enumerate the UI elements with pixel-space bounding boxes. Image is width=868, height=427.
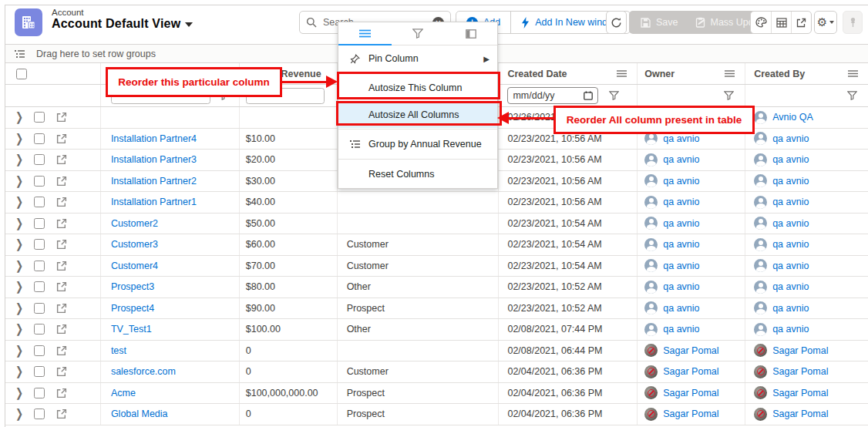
account-name-link[interactable]: Customer3 — [111, 239, 158, 250]
expand-chevron-icon[interactable]: ❯ — [15, 386, 23, 400]
owner-link[interactable]: qa avnio — [663, 324, 699, 335]
owner-link[interactable]: qa avnio — [663, 261, 699, 271]
expand-chevron-icon[interactable]: ❯ — [15, 195, 23, 209]
column-menu-icon[interactable] — [848, 70, 858, 77]
open-record-icon[interactable] — [56, 218, 67, 229]
open-record-icon[interactable] — [56, 345, 67, 356]
account-name-link[interactable]: Customer2 — [111, 218, 158, 229]
expand-chevron-icon[interactable]: ❯ — [15, 344, 23, 358]
owner-link[interactable]: qa avnio — [663, 218, 699, 229]
open-record-icon[interactable] — [56, 366, 67, 377]
menu-item-group-by-annual-revenue[interactable]: Group by Annual Revenue — [338, 130, 497, 158]
owner-link[interactable]: Sagar Pomal — [663, 345, 718, 356]
view-selector[interactable]: Account Default View — [52, 17, 193, 31]
expand-chevron-icon[interactable]: ❯ — [15, 280, 23, 294]
row-checkbox[interactable] — [34, 154, 45, 165]
owner-link[interactable]: qa avnio — [663, 176, 699, 187]
open-record-icon[interactable] — [56, 409, 67, 419]
tab-columns[interactable] — [444, 22, 497, 45]
row-checkbox[interactable] — [34, 197, 45, 207]
expand-chevron-icon[interactable]: ❯ — [15, 365, 23, 378]
expand-chevron-icon[interactable]: ❯ — [15, 217, 23, 230]
column-menu-icon[interactable] — [617, 70, 627, 77]
row-checkbox[interactable] — [34, 388, 45, 398]
created-by-link[interactable]: qa avnio — [772, 324, 809, 335]
account-name-link[interactable]: Installation Partner4 — [111, 133, 197, 144]
open-record-icon[interactable] — [56, 176, 67, 187]
expand-chevron-icon[interactable]: ❯ — [15, 132, 23, 146]
row-checkbox[interactable] — [34, 261, 45, 271]
open-record-icon[interactable] — [56, 112, 67, 123]
row-checkbox[interactable] — [34, 218, 45, 229]
row-checkbox[interactable] — [34, 345, 45, 356]
account-name-link[interactable]: Installation Partner2 — [111, 176, 197, 187]
select-all-checkbox[interactable] — [16, 69, 27, 79]
row-checkbox[interactable] — [34, 239, 45, 250]
open-record-icon[interactable] — [56, 154, 67, 165]
open-record-icon[interactable] — [56, 261, 67, 271]
expand-chevron-icon[interactable]: ❯ — [15, 153, 23, 166]
open-record-icon[interactable] — [56, 303, 67, 314]
created-by-link[interactable]: Avnio QA — [772, 112, 813, 123]
menu-item-reset-columns[interactable]: Reset Columns — [338, 160, 497, 188]
row-checkbox[interactable] — [34, 133, 45, 144]
open-record-icon[interactable] — [56, 239, 67, 250]
owner-link[interactable]: qa avnio — [663, 133, 699, 144]
created-by-link[interactable]: Sagar Pomal — [772, 409, 828, 419]
account-name-link[interactable]: TV_Test1 — [111, 324, 152, 335]
expand-chevron-icon[interactable]: ❯ — [15, 301, 23, 315]
filter-funnel-icon[interactable] — [847, 91, 857, 100]
pin-toolbar-button[interactable] — [843, 11, 863, 34]
row-checkbox[interactable] — [34, 112, 45, 123]
row-checkbox[interactable] — [34, 303, 45, 314]
account-name-link[interactable]: salesforce.com — [111, 366, 176, 377]
tab-general-menu[interactable] — [338, 22, 392, 45]
open-record-icon[interactable] — [56, 197, 67, 207]
expand-chevron-icon[interactable]: ❯ — [15, 174, 23, 188]
row-checkbox[interactable] — [34, 176, 45, 187]
open-record-icon[interactable] — [56, 281, 67, 292]
filter-funnel-icon[interactable] — [724, 91, 734, 100]
theme-palette-button[interactable] — [751, 12, 771, 33]
account-name-link[interactable]: Customer4 — [111, 261, 158, 271]
created-by-link[interactable]: qa avnio — [772, 218, 809, 229]
menu-item-pin-column[interactable]: Pin Column ▶ — [338, 45, 497, 72]
column-menu-icon[interactable] — [725, 70, 735, 77]
table-view-button[interactable] — [771, 12, 791, 33]
calendar-icon[interactable] — [584, 91, 593, 100]
column-header-created-by[interactable]: Created By — [745, 63, 868, 84]
account-name-link[interactable]: Prospect4 — [111, 303, 154, 314]
account-name-link[interactable]: Prospect3 — [111, 281, 154, 292]
tab-filter[interactable] — [392, 22, 445, 45]
column-header-created-date[interactable]: Created Date — [499, 63, 638, 84]
expand-chevron-icon[interactable]: ❯ — [15, 322, 23, 336]
row-checkbox[interactable] — [34, 366, 45, 377]
owner-link[interactable]: qa avnio — [663, 239, 699, 250]
account-name-link[interactable]: Installation Partner1 — [111, 197, 197, 207]
owner-link[interactable]: Sagar Pomal — [663, 388, 718, 398]
created-by-link[interactable]: Sagar Pomal — [772, 345, 828, 356]
open-record-icon[interactable] — [56, 388, 67, 398]
owner-link[interactable]: Sagar Pomal — [663, 366, 718, 377]
owner-link[interactable]: qa avnio — [663, 281, 699, 292]
created-by-link[interactable]: qa avnio — [772, 261, 809, 271]
created-by-link[interactable]: Sagar Pomal — [772, 366, 828, 377]
account-name-link[interactable]: Installation Partner3 — [111, 154, 197, 165]
created-by-link[interactable]: qa avnio — [772, 281, 809, 292]
created-by-link[interactable]: Sagar Pomal — [772, 388, 828, 398]
created-by-link[interactable]: qa avnio — [772, 154, 809, 165]
created-by-link[interactable]: qa avnio — [772, 197, 809, 207]
owner-link[interactable]: qa avnio — [663, 154, 699, 165]
save-button[interactable]: Save — [632, 17, 687, 28]
open-record-icon[interactable] — [56, 133, 67, 144]
filter-funnel-icon[interactable] — [609, 91, 619, 100]
owner-link[interactable]: Sagar Pomal — [663, 409, 718, 419]
row-checkbox[interactable] — [34, 324, 45, 335]
open-record-icon[interactable] — [56, 324, 67, 335]
created-by-link[interactable]: qa avnio — [772, 176, 809, 187]
created-by-link[interactable]: qa avnio — [772, 303, 809, 314]
account-name-link[interactable]: Global Media — [111, 409, 168, 419]
account-name-link[interactable]: Acme — [111, 388, 136, 398]
owner-link[interactable]: qa avnio — [663, 303, 699, 314]
open-in-new-button[interactable] — [791, 12, 811, 33]
